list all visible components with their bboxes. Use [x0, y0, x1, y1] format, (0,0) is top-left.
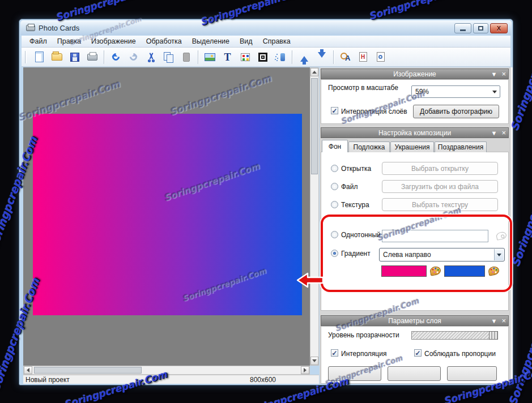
open-icon[interactable] — [48, 49, 66, 65]
composition-panel-title: Настройка композиции — [378, 129, 451, 137]
choose-texture-button[interactable]: Выбрать текстуру — [382, 198, 498, 211]
texture-label[interactable]: Текстура — [341, 201, 369, 209]
scroll-down-button[interactable] — [310, 357, 318, 365]
image-panel-title: Изображение — [393, 70, 436, 78]
menu-file[interactable]: Файл — [24, 36, 52, 46]
collapse-icon[interactable]: ▼ — [491, 318, 497, 324]
vertical-scrollbar[interactable] — [310, 67, 319, 366]
move-down-icon[interactable] — [313, 49, 330, 65]
texture-radio[interactable] — [331, 201, 338, 208]
canvas-gradient-image[interactable] — [33, 114, 302, 315]
toolbar-separator — [104, 50, 104, 64]
close-panel-icon[interactable]: × — [501, 316, 506, 325]
load-background-button[interactable]: Загрузить фон из файла — [382, 180, 498, 193]
new-document-icon[interactable] — [31, 49, 48, 65]
postcard-radio[interactable] — [331, 165, 338, 172]
scroll-right-button[interactable] — [301, 366, 309, 374]
menu-edit[interactable]: Правка — [52, 36, 86, 46]
save-icon[interactable] — [66, 49, 83, 65]
file-radio[interactable] — [331, 183, 338, 190]
gradient-color2-swatch[interactable] — [444, 265, 485, 277]
gradient-radio[interactable] — [331, 250, 338, 257]
title-bar[interactable]: Photo Cards X — [20, 20, 512, 35]
menu-processing[interactable]: Обработка — [141, 36, 187, 46]
horizontal-scrollbar[interactable] — [23, 366, 310, 375]
scroll-left-button[interactable] — [24, 366, 32, 374]
toolbar-separator — [333, 50, 334, 64]
scroll-up-button[interactable] — [310, 68, 318, 76]
close-panel-icon[interactable]: × — [501, 128, 506, 137]
print-icon[interactable] — [83, 49, 101, 65]
insert-image-icon[interactable] — [201, 49, 219, 65]
document-check-icon[interactable]: H — [354, 49, 372, 65]
keep-proportions-checkbox[interactable]: ✓ — [414, 349, 422, 357]
redo-icon[interactable] — [125, 49, 142, 65]
add-photo-button[interactable]: Добавить фотографию — [413, 105, 499, 118]
gradient-color1-swatch[interactable] — [381, 265, 427, 277]
insert-text-icon[interactable]: T — [219, 49, 236, 65]
clipped-button-3[interactable] — [447, 366, 497, 381]
clipped-button-2[interactable] — [388, 366, 441, 381]
close-button[interactable]: X — [490, 23, 508, 33]
app-icon — [26, 25, 35, 31]
canvas-workspace[interactable] — [23, 67, 310, 366]
keep-proportions-label[interactable]: Соблюдать пропорции — [424, 350, 496, 358]
document-preview-icon[interactable] — [372, 49, 389, 65]
cut-icon[interactable] — [142, 49, 160, 65]
opacity-slider-thumb[interactable] — [489, 331, 498, 340]
combobox-dropdown-button[interactable] — [494, 249, 504, 260]
scale-combobox[interactable]: 59% — [411, 85, 500, 98]
collapse-icon[interactable]: ▼ — [491, 71, 497, 78]
tab-decorations[interactable]: Украшения — [390, 142, 434, 152]
menu-image[interactable]: Изображение — [86, 36, 141, 46]
gradient-direction-combobox[interactable]: Слева направо — [379, 248, 505, 261]
horizontal-scroll-thumb[interactable] — [34, 367, 142, 374]
toolbar-grip[interactable] — [25, 51, 27, 63]
move-up-icon[interactable] — [295, 49, 313, 65]
tab-greetings[interactable]: Поздравления — [435, 142, 487, 152]
clipped-button-1[interactable] — [328, 366, 381, 381]
postcard-label[interactable]: Открытка — [341, 165, 371, 173]
tab-underlay[interactable]: Подложка — [348, 142, 390, 152]
choose-postcard-button[interactable]: Выбрать открытку — [382, 162, 498, 175]
file-label[interactable]: Файл — [341, 183, 358, 191]
maximize-button[interactable] — [473, 23, 488, 33]
menu-help[interactable]: Справка — [258, 36, 296, 46]
vertical-scroll-thumb[interactable] — [311, 78, 318, 174]
solid-color-input[interactable] — [382, 230, 488, 242]
collapse-icon[interactable]: ▼ — [491, 130, 497, 136]
toolbar-separator — [292, 50, 292, 64]
color-palette-icon[interactable] — [236, 49, 254, 65]
interpolation-layers-label[interactable]: Интерполяция слоёв — [341, 108, 407, 115]
scale-value: 59% — [415, 88, 429, 96]
maximize-icon — [478, 26, 483, 31]
interpolation-layers-checkbox[interactable]: ✓ — [331, 107, 338, 114]
tab-background[interactable]: Фон — [322, 140, 348, 152]
spray-icon[interactable] — [271, 49, 289, 65]
copy-icon[interactable] — [160, 49, 177, 65]
menu-view[interactable]: Вид — [235, 36, 258, 46]
panel-scroll-strip[interactable] — [510, 67, 513, 384]
interpolation-label[interactable]: Интерполяция — [341, 350, 386, 358]
undo-icon[interactable] — [107, 49, 125, 65]
minimize-button[interactable] — [454, 23, 471, 33]
close-panel-icon[interactable]: × — [501, 70, 506, 78]
frame-icon[interactable] — [254, 49, 271, 65]
menu-selection[interactable]: Выделение — [187, 36, 235, 46]
opacity-slider[interactable] — [411, 331, 498, 340]
font-search-icon[interactable] — [337, 49, 354, 65]
menu-bar: Файл Правка Изображение Обработка Выделе… — [22, 36, 510, 48]
image-panel-header[interactable]: Изображение ▼ × — [321, 68, 509, 79]
interpolation-checkbox[interactable]: ✓ — [331, 349, 338, 357]
chevron-down-icon — [497, 254, 501, 259]
gradient-label[interactable]: Градиент — [341, 250, 371, 258]
solid-color-radio[interactable] — [331, 231, 338, 238]
paste-icon[interactable] — [177, 49, 195, 65]
gradient-direction-value: Слева направо — [383, 251, 431, 259]
layer-panel-header[interactable]: Параметры слоя ▼ × — [321, 315, 509, 326]
status-project-name: Новый проект — [25, 376, 70, 384]
composition-panel-header[interactable]: Настройка композиции ▼ × — [321, 127, 509, 138]
scale-label: Просмотр в масштабе — [328, 84, 398, 92]
solid-color-label[interactable]: Однотонный — [341, 231, 381, 239]
status-canvas-size: 800x600 — [250, 376, 276, 384]
